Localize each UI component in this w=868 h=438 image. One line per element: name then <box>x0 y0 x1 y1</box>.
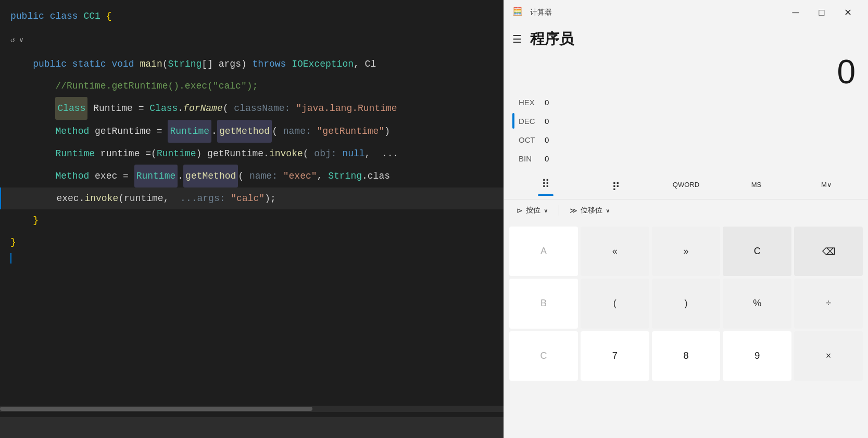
code-content: public class CC1 { ↺ ∨ public static voi… <box>0 0 504 269</box>
btn-right-shift[interactable]: » <box>652 227 721 276</box>
shift-icon: ≫ <box>570 206 577 215</box>
minimize-button[interactable]: ─ <box>784 4 808 21</box>
bit-ops-shift[interactable]: ≫ 位移位 ∨ <box>565 204 614 217</box>
calc-title-buttons: ─ □ ✕ <box>784 4 860 21</box>
calc-title-text: 计算器 <box>530 8 552 17</box>
btn-backspace[interactable]: ⌫ <box>794 227 863 276</box>
code-line-9: exec. invoke (runtime, ...args: "calc" )… <box>0 187 504 209</box>
base-label-hex: HEX <box>519 98 545 107</box>
calc-buttons: A « » C ⌫ B ( ) % ÷ C 7 8 9 × <box>504 221 868 438</box>
keyword-public: public <box>10 5 44 27</box>
bits-icon: ⡶ <box>612 178 620 191</box>
calc-title-left: 🧮 计算器 <box>512 6 552 19</box>
bitwise-label: 按位 <box>526 206 540 215</box>
btn-percent[interactable]: % <box>723 279 791 328</box>
btn-close-paren[interactable]: ) <box>652 279 721 328</box>
base-row-bin[interactable]: BIN 0 <box>512 149 860 168</box>
code-line-4: //Runtime.getRuntime().exec("calc"); <box>0 75 504 97</box>
mode-btn-bits[interactable]: ⡶ <box>583 173 649 196</box>
status-bar <box>0 417 504 438</box>
code-line-12 <box>0 253 504 264</box>
ms-label: MS <box>751 181 762 189</box>
base-label-oct: OCT <box>519 135 545 144</box>
mode-btn-ms[interactable]: MS <box>723 173 789 196</box>
mode-btn-qword[interactable]: QWORD <box>653 173 719 196</box>
base-value-hex: 0 <box>545 98 549 107</box>
code-line-1: public class CC1 { <box>0 5 504 27</box>
code-line-7: Runtime runtime =( Runtime ) getRuntime.… <box>0 143 504 165</box>
bitwise-chevron: ∨ <box>544 207 548 214</box>
qword-label: QWORD <box>673 181 699 189</box>
class-name-cc1: CC1 <box>83 5 100 27</box>
btn-multiply[interactable]: × <box>794 331 863 381</box>
code-line-6: Method getRuntime = Runtime . getMethod … <box>0 120 504 143</box>
dec-indicator <box>512 113 514 129</box>
calculator-window: 🧮 计算器 ─ □ ✕ ☰ 程序员 0 HEX 0 DEC 0 OCT <box>504 0 868 438</box>
bit-ops-bitwise[interactable]: ⊳ 按位 ∨ <box>512 204 552 217</box>
base-row-hex[interactable]: HEX 0 <box>512 93 860 111</box>
shift-chevron: ∨ <box>606 207 610 214</box>
btn-C[interactable]: C <box>509 331 578 381</box>
mode-btn-mv[interactable]: M∨ <box>794 173 860 196</box>
code-line-10: } <box>0 209 504 231</box>
close-button[interactable]: ✕ <box>836 4 860 21</box>
base-value-bin: 0 <box>545 154 549 163</box>
calc-mode-bar: ⠿ ⡶ QWORD MS M∨ <box>504 170 868 199</box>
oct-indicator <box>512 132 514 147</box>
btn-clear[interactable]: C <box>723 227 791 276</box>
calc-main-value: 0 <box>517 55 856 89</box>
base-value-oct: 0 <box>545 135 549 144</box>
btn-divide[interactable]: ÷ <box>794 279 863 328</box>
btn-A[interactable]: A <box>509 227 578 276</box>
mode-btn-numpad[interactable]: ⠿ <box>512 173 578 196</box>
hex-indicator <box>512 94 514 110</box>
calc-mode-title: 程序员 <box>530 29 574 49</box>
code-line-toolbar: ↺ ∨ <box>0 27 504 53</box>
calc-display: 0 <box>504 51 868 91</box>
code-line-3: public static void main ( String [] args… <box>0 53 504 75</box>
base-row-dec[interactable]: DEC 0 <box>512 111 860 130</box>
shift-label: 位移位 <box>581 206 602 215</box>
code-line-5: Class Runtime = Class . forName ( classN… <box>0 97 504 120</box>
menu-icon[interactable]: ☰ <box>512 33 522 45</box>
btn-left-shift[interactable]: « <box>581 227 649 276</box>
btn-7[interactable]: 7 <box>581 331 649 381</box>
base-label-dec: DEC <box>519 117 545 126</box>
numpad-icon: ⠿ <box>542 178 550 191</box>
horizontal-scrollbar[interactable] <box>0 406 504 412</box>
calc-titlebar: 🧮 计算器 ─ □ ✕ <box>504 0 868 25</box>
btn-9[interactable]: 9 <box>723 331 791 381</box>
scrollbar-thumb[interactable] <box>0 407 312 411</box>
bitwise-icon: ⊳ <box>517 206 523 215</box>
base-value-dec: 0 <box>545 117 549 126</box>
code-line-11: } <box>0 231 504 253</box>
btn-open-paren[interactable]: ( <box>581 279 649 328</box>
calculator-icon: 🧮 <box>512 6 525 19</box>
mv-label: M∨ <box>821 181 832 189</box>
bit-ops-bar: ⊳ 按位 ∨ ≫ 位移位 ∨ <box>504 199 868 221</box>
ops-separator <box>559 205 559 216</box>
calc-bases: HEX 0 DEC 0 OCT 0 BIN 0 <box>504 91 868 170</box>
highlight-class: Class <box>55 97 87 120</box>
code-line-8: Method exec = Runtime . getMethod ( name… <box>0 165 504 187</box>
btn-8[interactable]: 8 <box>652 331 721 381</box>
maximize-button[interactable]: □ <box>810 4 834 21</box>
base-label-bin: BIN <box>519 154 545 163</box>
btn-B[interactable]: B <box>509 279 578 328</box>
keyword-class: class <box>50 5 78 27</box>
bin-indicator <box>512 151 514 166</box>
base-row-oct[interactable]: OCT 0 <box>512 130 860 149</box>
code-editor: public class CC1 { ↺ ∨ public static voi… <box>0 0 504 438</box>
calc-header: ☰ 程序员 <box>504 25 868 51</box>
